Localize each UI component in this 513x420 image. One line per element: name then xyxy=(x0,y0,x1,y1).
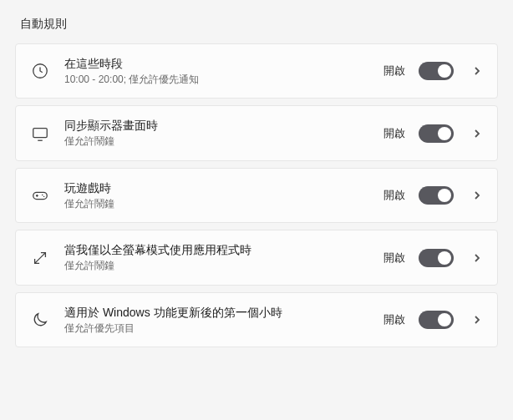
fullscreen-icon xyxy=(29,247,51,269)
toggle-switch[interactable] xyxy=(419,249,454,267)
section-title: 自動規則 xyxy=(15,17,498,32)
toggle-status: 開啟 xyxy=(383,63,405,78)
chevron-right-icon[interactable] xyxy=(470,127,484,140)
rule-title: 玩遊戲時 xyxy=(64,180,370,196)
svg-point-4 xyxy=(43,196,44,197)
rule-title: 在這些時段 xyxy=(64,56,370,72)
rule-text: 玩遊戲時 僅允許鬧鐘 xyxy=(64,180,370,210)
rule-subtitle: 僅允許鬧鐘 xyxy=(64,198,370,211)
rule-row-fullscreen[interactable]: 當我僅以全螢幕模式使用應用程式時 僅允許鬧鐘 開啟 xyxy=(15,230,498,285)
svg-rect-2 xyxy=(33,193,48,200)
monitor-icon xyxy=(29,123,51,144)
chevron-right-icon[interactable] xyxy=(470,189,484,202)
rule-row-gaming[interactable]: 玩遊戲時 僅允許鬧鐘 開啟 xyxy=(15,168,498,223)
toggle-status: 開啟 xyxy=(383,250,405,266)
svg-point-3 xyxy=(42,195,43,195)
rule-row-hours[interactable]: 在這些時段 10:00 - 20:00; 僅允許優先通知 開啟 xyxy=(15,43,498,99)
rule-subtitle: 僅允許鬧鐘 xyxy=(64,260,370,273)
rule-row-windows-update[interactable]: 適用於 Windows 功能更新後的第一個小時 僅允許優先項目 開啟 xyxy=(15,292,498,347)
chevron-right-icon[interactable] xyxy=(470,313,484,326)
rule-title: 同步顯示器畫面時 xyxy=(64,118,370,134)
toggle-status: 開啟 xyxy=(383,188,405,203)
rule-row-display[interactable]: 同步顯示器畫面時 僅允許鬧鐘 開啟 xyxy=(15,105,498,160)
chevron-right-icon[interactable] xyxy=(470,251,484,265)
gamepad-icon xyxy=(29,185,51,206)
rule-subtitle: 10:00 - 20:00; 僅允許優先通知 xyxy=(64,73,370,87)
rule-title: 當我僅以全螢幕模式使用應用程式時 xyxy=(64,242,370,258)
svg-rect-1 xyxy=(33,128,48,137)
toggle-status: 開啟 xyxy=(383,126,405,141)
toggle-switch[interactable] xyxy=(419,124,454,143)
rule-text: 在這些時段 10:00 - 20:00; 僅允許優先通知 xyxy=(64,56,370,86)
rule-text: 適用於 Windows 功能更新後的第一個小時 僅允許優先項目 xyxy=(64,305,370,335)
toggle-switch[interactable] xyxy=(419,311,454,329)
moon-icon xyxy=(29,309,51,331)
rule-title: 適用於 Windows 功能更新後的第一個小時 xyxy=(64,305,370,321)
chevron-right-icon[interactable] xyxy=(470,64,484,78)
rule-subtitle: 僅允許鬧鐘 xyxy=(64,135,370,149)
clock-icon xyxy=(29,60,51,82)
toggle-switch[interactable] xyxy=(419,62,454,80)
toggle-status: 開啟 xyxy=(383,312,405,327)
rule-text: 同步顯示器畫面時 僅允許鬧鐘 xyxy=(64,118,370,148)
rule-text: 當我僅以全螢幕模式使用應用程式時 僅允許鬧鐘 xyxy=(64,242,370,272)
toggle-switch[interactable] xyxy=(419,186,454,205)
rule-subtitle: 僅允許優先項目 xyxy=(64,322,370,336)
